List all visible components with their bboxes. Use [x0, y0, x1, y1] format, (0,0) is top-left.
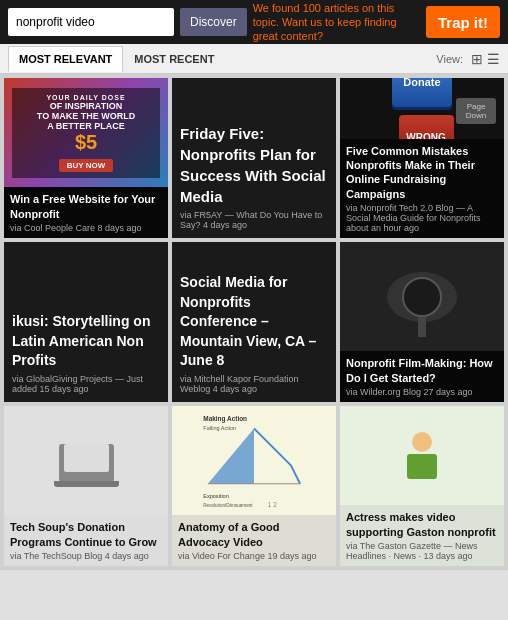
- article-1-meta: via Cool People Care 8 days ago: [10, 223, 162, 233]
- card1-dollar: $5: [18, 131, 154, 154]
- search-input[interactable]: [8, 8, 174, 36]
- article-card-3[interactable]: Donate WRONG Page Down Five Common Mista…: [340, 78, 504, 238]
- article-3-title: Five Common Mistakes Nonprofits Make in …: [346, 144, 498, 201]
- tab-most-recent[interactable]: MOST RECENT: [123, 46, 225, 72]
- article-5-meta: via Mitchell Kapor Foundation Weblog 4 d…: [180, 374, 328, 394]
- card9-image: [340, 406, 504, 505]
- notification-text: We found 100 articles on this topic. Wan…: [253, 1, 420, 44]
- article-9-meta: via The Gaston Gazette — News Headlines …: [346, 541, 498, 561]
- svg-text:Falling Action: Falling Action: [203, 425, 236, 431]
- article-card-7[interactable]: Tech Soup's Donation Programs Continue t…: [4, 406, 168, 566]
- article-card-5[interactable]: Social Media for Nonprofits Conference –…: [172, 242, 336, 402]
- article-8-title: Anatomy of a Good Advocacy Video: [178, 520, 330, 549]
- header: Discover We found 100 articles on this t…: [0, 0, 508, 44]
- view-label: View:: [436, 53, 463, 65]
- article-1-title: Win a Free Website for Your Nonprofit: [10, 192, 162, 221]
- svg-text:Making Action: Making Action: [203, 415, 247, 423]
- card8-image: Making Action Falling Action Exposition …: [172, 406, 336, 515]
- person-icon: [397, 432, 447, 479]
- donate-key: Donate: [392, 78, 452, 107]
- article-card-4[interactable]: ikusi: Storytelling on Latin American No…: [4, 242, 168, 402]
- article-3-meta: via Nonprofit Tech 2.0 Blog — A Social M…: [346, 203, 498, 233]
- trap-button[interactable]: Trap it!: [426, 6, 500, 38]
- article-9-title: Actress makes video supporting Gaston no…: [346, 510, 498, 539]
- laptop-icon: [59, 444, 114, 482]
- svg-text:1 2: 1 2: [268, 501, 277, 508]
- svg-text:Resolution/Dénouement: Resolution/Dénouement: [203, 503, 253, 508]
- article-card-2[interactable]: Friday Five: Nonprofits Plan for Success…: [172, 78, 336, 238]
- article-2-title: Friday Five: Nonprofits Plan for Success…: [180, 123, 328, 207]
- advocacy-chart: Making Action Falling Action Exposition …: [176, 410, 332, 511]
- article-4-title: ikusi: Storytelling on Latin American No…: [12, 312, 160, 371]
- card7-image: [4, 406, 168, 515]
- article-card-1[interactable]: YOUR DAILY DOSE OF INSPIRATIONTO MAKE TH…: [4, 78, 168, 238]
- article-card-9[interactable]: Actress makes video supporting Gaston no…: [340, 406, 504, 566]
- article-6-title: Nonprofit Film-Making: How Do I Get Star…: [346, 356, 498, 385]
- article-5-title: Social Media for Nonprofits Conference –…: [180, 273, 328, 371]
- article-2-meta: via FR5AY — What Do You Have to Say? 4 d…: [180, 210, 328, 230]
- discover-button[interactable]: Discover: [180, 8, 247, 36]
- page-down-key: Page Down: [456, 98, 496, 124]
- wrong-key: WRONG: [399, 115, 454, 139]
- article-card-6[interactable]: Nonprofit Film-Making: How Do I Get Star…: [340, 242, 504, 402]
- list-view-icon[interactable]: ☰: [487, 51, 500, 67]
- article-card-8[interactable]: Making Action Falling Action Exposition …: [172, 406, 336, 566]
- card1-inspiration: OF INSPIRATIONTO MAKE THE WORLDA BETTER …: [18, 101, 154, 131]
- grid-view-icon[interactable]: ⊞: [471, 51, 483, 67]
- card1-buy-now: BUY NOW: [59, 159, 114, 172]
- card1-tagline: YOUR DAILY DOSE: [18, 94, 154, 101]
- article-4-meta: via GlobalGiving Projects — Just added 1…: [12, 374, 160, 394]
- svg-text:Exposition: Exposition: [203, 493, 228, 499]
- article-7-meta: via The TechSoup Blog 4 days ago: [10, 551, 162, 561]
- tab-most-relevant[interactable]: MOST RELEVANT: [8, 46, 123, 72]
- article-8-meta: via Video For Change 19 days ago: [178, 551, 330, 561]
- tabs-bar: MOST RELEVANT MOST RECENT View: ⊞ ☰: [0, 44, 508, 74]
- camera-icon: [387, 272, 457, 322]
- article-7-title: Tech Soup's Donation Programs Continue t…: [10, 520, 162, 549]
- svg-marker-2: [208, 428, 254, 483]
- article-6-meta: via Wilder.org Blog 27 days ago: [346, 387, 498, 397]
- articles-grid: YOUR DAILY DOSE OF INSPIRATIONTO MAKE TH…: [0, 74, 508, 570]
